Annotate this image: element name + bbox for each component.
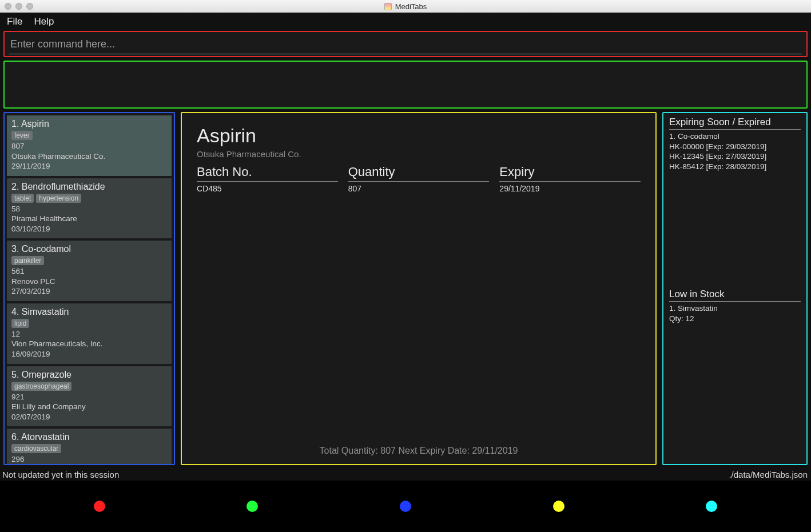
app-window: MediTabs File Help 1. Aspirinfever807Ots… [0, 0, 811, 532]
menubar: File Help [0, 13, 811, 31]
legend-dot [400, 501, 411, 512]
detail-col-batch-head: Batch No. [197, 165, 338, 182]
medicine-list-item[interactable]: 2. Bendroflumethiazidetablethypertension… [7, 178, 172, 239]
medicine-company: Otsuka Pharmaceutical Co. [11, 151, 167, 162]
legend-dot [247, 501, 258, 512]
medicine-list-item[interactable]: 1. Aspirinfever807Otsuka Pharmaceutical … [7, 115, 172, 176]
command-input[interactable] [5, 35, 806, 54]
medicine-title: 2. Bendroflumethiazide [11, 182, 167, 192]
detail-col-quantity-head: Quantity [348, 165, 490, 182]
detail-col-expiry-val: 29/11/2019 [499, 184, 641, 193]
detail-footer: Total Quantity: 807 Next Expiry Date: 29… [197, 446, 641, 458]
app-icon [384, 3, 392, 10]
medicine-title: 5. Omeprazole [11, 370, 167, 380]
medicine-tags: lipid [11, 319, 167, 328]
medicine-title: 6. Atorvastatin [11, 432, 167, 442]
medicine-title: 3. Co-codamol [11, 244, 167, 254]
legend-dots [0, 481, 811, 532]
medicine-tag: fever [11, 131, 33, 140]
medicine-date: 16/09/2019 [11, 349, 167, 359]
medicine-tags: tablethypertension [11, 194, 167, 203]
low-stock-list: 1. SimvastatinQty: 12 [669, 303, 801, 323]
output-panel [3, 61, 808, 109]
medicine-company: Eli Lilly and Company [11, 402, 167, 412]
menu-help[interactable]: Help [34, 16, 54, 27]
medicine-date: 03/10/2019 [11, 224, 167, 234]
medicine-tag: gastroesophageal [11, 382, 71, 391]
medicine-company: Vion Pharmaceuticals, Inc. [11, 339, 167, 349]
expiring-line: HK-00000 [Exp: 29/03/2019] [669, 142, 801, 152]
medicine-tag: cardiovascular [11, 444, 61, 453]
medicine-tags: fever [11, 131, 167, 140]
detail-col-quantity-val: 807 [348, 184, 490, 193]
low-stock-line: Qty: 12 [669, 314, 801, 324]
medicine-tag: painkiller [11, 256, 44, 265]
medicine-tags: cardiovascular [11, 444, 167, 453]
medicine-title: 1. Aspirin [11, 119, 167, 129]
medicine-list-item[interactable]: 6. Atorvastatincardiovascular296Mitsubis… [7, 429, 172, 465]
medicine-list-item[interactable]: 4. Simvastatinlipid12Vion Pharmaceutical… [7, 303, 172, 364]
status-left: Not updated yet in this session [2, 470, 119, 479]
medicine-list-item[interactable]: 5. Omeprazolegastroesophageal921Eli Lill… [7, 366, 172, 427]
legend-dot [553, 501, 564, 512]
medicine-date: 02/07/2019 [11, 412, 167, 422]
detail-panel: Aspirin Otsuka Pharmaceutical Co. Batch … [181, 112, 657, 465]
medicine-qty: 296 [11, 454, 167, 465]
window-title-text: MediTabs [395, 2, 427, 11]
detail-company: Otsuka Pharmaceutical Co. [197, 149, 641, 159]
medicine-list-item[interactable]: 3. Co-codamolpainkiller561Renovo PLC27/0… [7, 241, 172, 301]
low-stock-line: 1. Simvastatin [669, 303, 801, 314]
command-panel [3, 31, 808, 57]
legend-dot [94, 501, 105, 512]
medicine-list-panel[interactable]: 1. Aspirinfever807Otsuka Pharmaceutical … [3, 112, 175, 465]
detail-col-expiry-head: Expiry [499, 165, 641, 182]
medicine-company: Piramal Healthcare [11, 214, 167, 224]
medicine-date: 27/03/2019 [11, 286, 167, 297]
app-body: File Help 1. Aspirinfever807Otsuka Pharm… [0, 13, 811, 532]
medicine-title: 4. Simvastatin [11, 307, 167, 317]
menu-file[interactable]: File [7, 16, 22, 27]
medicine-tags: gastroesophageal [11, 382, 167, 391]
status-right: ./data/MediTabs.json [729, 470, 808, 479]
medicine-tag: hypertension [36, 194, 81, 203]
detail-columns: Batch No. CD485 Quantity 807 Expiry 29/1… [197, 165, 641, 193]
medicine-company: Renovo PLC [11, 277, 167, 287]
detail-col-expiry: Expiry 29/11/2019 [499, 165, 641, 193]
detail-name: Aspirin [197, 125, 641, 147]
expiring-line: 1. Co-codamol [669, 131, 801, 142]
command-underline [9, 54, 802, 54]
expiring-line: HK-85412 [Exp: 28/03/2019] [669, 162, 801, 172]
detail-col-quantity: Quantity 807 [348, 165, 490, 193]
expiring-list: 1. Co-codamolHK-00000 [Exp: 29/03/2019]H… [669, 131, 801, 171]
titlebar: MediTabs [0, 0, 811, 13]
medicine-qty: 807 [11, 141, 167, 151]
medicine-qty: 12 [11, 329, 167, 339]
medicine-qty: 58 [11, 204, 167, 214]
low-stock-header: Low in Stock [669, 289, 801, 302]
main-row: 1. Aspirinfever807Otsuka Pharmaceutical … [0, 112, 811, 467]
medicine-qty: 921 [11, 392, 167, 402]
detail-col-batch: Batch No. CD485 [197, 165, 338, 193]
expiring-line: HK-12345 [Exp: 27/03/2019] [669, 151, 801, 162]
medicine-company: Mitsubishi Tanabe Pharma [11, 465, 167, 465]
detail-col-batch-val: CD485 [197, 184, 338, 193]
medicine-tag: tablet [11, 194, 34, 203]
alerts-panel: Expiring Soon / Expired 1. Co-codamolHK-… [662, 112, 808, 465]
medicine-tag: lipid [11, 319, 29, 328]
window-title: MediTabs [0, 2, 811, 11]
legend-dot [706, 501, 717, 512]
medicine-qty: 561 [11, 266, 167, 277]
medicine-date: 29/11/2019 [11, 161, 167, 171]
medicine-tags: painkiller [11, 256, 167, 265]
statusbar: Not updated yet in this session ./data/M… [0, 467, 811, 481]
expiring-header: Expiring Soon / Expired [669, 117, 801, 130]
